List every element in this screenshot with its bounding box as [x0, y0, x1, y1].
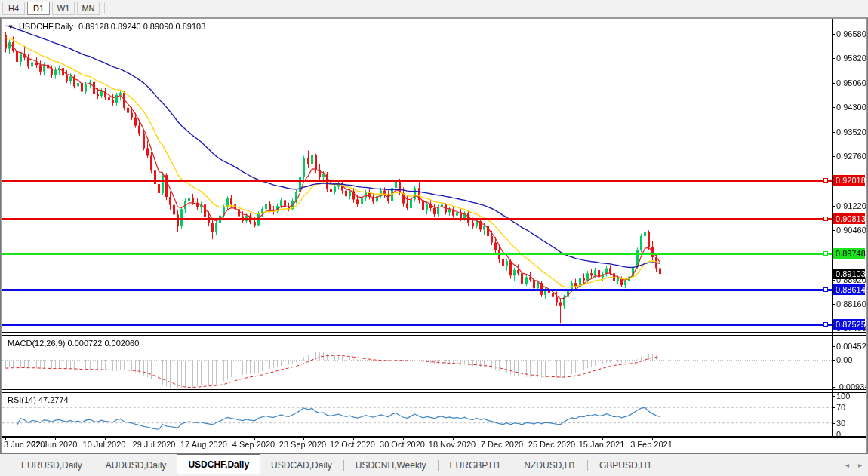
- tab-gbpusd[interactable]: GBPUSD,H1: [589, 457, 662, 474]
- tab-divider: [512, 460, 512, 471]
- mt4-window: H4D1W1MN ▼ USDCHF,Daily 0.89128 0.89240 …: [0, 0, 868, 476]
- date-tick-label: 4 Sep 2020: [229, 440, 278, 450]
- tab-scroll-arrows: ◂ ▸: [845, 461, 862, 469]
- date-tick-label: 12 Oct 2020: [328, 440, 377, 450]
- tab-nzdusd[interactable]: NZDUSD,H1: [513, 457, 586, 474]
- rsi-indicator-label: RSI(14) 47.2774: [8, 395, 69, 404]
- date-tick-label: 10 Jul 2020: [80, 440, 128, 450]
- macd-indicator-label: MACD(12,26,9) 0.000722 0.002060: [8, 339, 139, 348]
- chart-area: ▼ USDCHF,Daily 0.89128 0.89240 0.89090 0…: [2, 19, 866, 453]
- price-label-badge[interactable]: 0.92018: [833, 175, 865, 186]
- date-tick-label: 7 Dec 2020: [478, 440, 526, 450]
- tab-divider: [587, 460, 588, 471]
- tab-scroll-right-icon[interactable]: ▸: [858, 461, 862, 469]
- price-tick-label: 0.95060: [836, 78, 866, 88]
- chart-window: ▼ USDCHF,Daily 0.89128 0.89240 0.89090 0…: [0, 17, 868, 454]
- timeframe-toolbar: H4D1W1MN: [0, 0, 868, 17]
- date-tick-label: 17 Aug 2020: [180, 440, 228, 450]
- chart-title: ▼ USDCHF,Daily 0.89128 0.89240 0.89090 0…: [8, 22, 205, 31]
- current-price-badge: 0.89103: [833, 269, 865, 279]
- tab-usdchf[interactable]: USDCHF,Daily: [177, 454, 260, 474]
- tab-eurusd[interactable]: EURUSD,Daily: [11, 457, 93, 474]
- toolbar-separator: [104, 2, 105, 14]
- timeframe-button-h4[interactable]: H4: [2, 2, 25, 15]
- price-tick-label: 0.94300: [836, 103, 866, 112]
- timeframe-button-d1[interactable]: D1: [27, 2, 50, 15]
- tab-eurgbp[interactable]: EURGBP,H1: [439, 457, 512, 474]
- chart-tabs: EURUSD,DailyAUDUSD,DailyUSDCHF,DailyUSDC…: [11, 456, 662, 474]
- price-label-badge[interactable]: 0.90813: [833, 213, 865, 224]
- price-tick-label: 0.92760: [836, 152, 866, 161]
- chart-symbol-label: USDCHF,Daily: [19, 22, 73, 31]
- macd-tick-label: 0.00: [836, 355, 852, 364]
- date-tick-label: 22 Jun 2020: [30, 440, 78, 450]
- tab-divider: [438, 460, 439, 471]
- timeframe-button-mn[interactable]: MN: [77, 2, 100, 15]
- macd-tick-label: 0.004527: [836, 342, 866, 351]
- date-tick-label: 3 Feb 2021: [627, 440, 676, 450]
- price-tick-label: 0.96580: [836, 29, 866, 38]
- price-label-badge[interactable]: 0.87525: [833, 319, 865, 330]
- tab-usdcnh[interactable]: USDCNH,Weekly: [345, 457, 437, 474]
- chart-ohlc-values: 0.89128 0.89240 0.89090 0.89103: [78, 22, 205, 31]
- tab-divider: [343, 460, 344, 471]
- tab-usdcad[interactable]: USDCAD,Daily: [260, 457, 343, 474]
- tab-audusd[interactable]: AUDUSD,Daily: [95, 457, 177, 474]
- rsi-tick-label: 70: [836, 403, 845, 412]
- price-tick-label: 0.95820: [836, 54, 866, 63]
- date-tick-label: 30 Oct 2020: [378, 440, 426, 450]
- chart-tab-bar: EURUSD,DailyAUDUSD,DailyUSDCHF,DailyUSDC…: [0, 454, 868, 476]
- price-label-badge[interactable]: 0.89748: [833, 248, 865, 259]
- rsi-tick-label: 100: [836, 392, 850, 401]
- tab-divider: [94, 460, 94, 471]
- macd-tick-label: -0.009348: [836, 382, 866, 392]
- date-tick-label: 15 Jan 2021: [577, 440, 626, 450]
- date-tick-label: 23 Sep 2020: [279, 440, 327, 450]
- date-tick-label: 29 Jul 2020: [130, 440, 178, 450]
- timeframe-button-w1[interactable]: W1: [52, 2, 75, 15]
- tab-scroll-left-icon[interactable]: ◂: [845, 461, 849, 469]
- rsi-tick-label: 0: [836, 430, 841, 439]
- price-label-badge[interactable]: 0.88614: [833, 284, 865, 295]
- rsi-tick-label: 30: [836, 419, 845, 428]
- chart-canvas[interactable]: [2, 19, 866, 453]
- date-tick-label: 25 Dec 2020: [528, 440, 576, 450]
- price-tick-label: 0.91220: [836, 201, 866, 210]
- date-tick-label: 18 Nov 2020: [428, 440, 476, 450]
- price-tick-label: 0.93520: [836, 127, 866, 137]
- price-tick-label: 0.90460: [836, 226, 866, 235]
- symbol-menu-icon[interactable]: ▼: [8, 23, 14, 31]
- price-tick-label: 0.88160: [836, 299, 866, 309]
